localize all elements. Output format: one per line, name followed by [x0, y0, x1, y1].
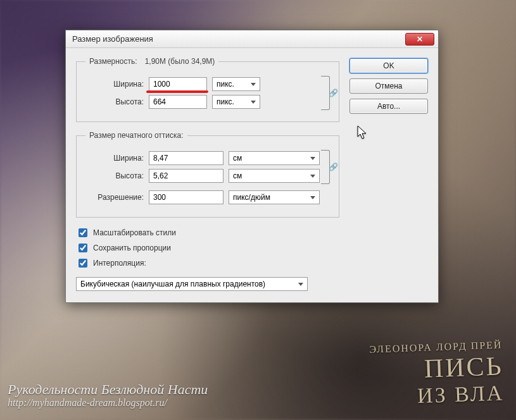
interpolation-checkbox[interactable] — [79, 259, 87, 268]
print-width-unit-select[interactable]: см — [229, 151, 320, 165]
cancel-button[interactable]: Отмена — [349, 78, 428, 94]
interpolation-label: Интерполяция: — [93, 259, 146, 268]
height-label: Высота: — [85, 97, 144, 106]
pixel-height-input[interactable] — [149, 95, 207, 109]
watermark: Рукодельности Безлюдной Насти http://myh… — [8, 382, 208, 409]
auto-button[interactable]: Авто... — [349, 99, 428, 114]
scale-styles-label: Масштабировать стили — [93, 228, 176, 237]
scale-styles-checkbox[interactable] — [79, 228, 87, 237]
chain-icon[interactable]: 🔗 — [329, 89, 338, 97]
chevron-down-icon — [310, 175, 315, 178]
chevron-down-icon — [298, 283, 303, 286]
chain-icon[interactable]: 🔗 — [329, 163, 338, 171]
ok-button[interactable]: OK — [349, 58, 428, 73]
chevron-down-icon — [251, 83, 256, 86]
pixel-dimensions-legend: Размерность: 1,90M (было 34,9M) — [85, 57, 218, 66]
titlebar: Размер изображения ✕ — [66, 30, 438, 48]
pixel-height-unit-select[interactable]: пикс. — [212, 95, 260, 109]
pixel-width-unit-select[interactable]: пикс. — [212, 77, 260, 91]
pixel-dimensions-group: Размерность: 1,90M (было 34,9M) Ширина: … — [76, 57, 339, 122]
constrain-link-bracket: 🔗 — [321, 76, 330, 110]
image-size-dialog: Размер изображения ✕ Размерность: 1,90M … — [65, 30, 439, 303]
width-label: Ширина: — [85, 80, 144, 89]
print-height-input[interactable] — [149, 169, 223, 183]
pixel-width-input[interactable] — [149, 77, 207, 91]
print-height-label: Высота: — [85, 171, 144, 180]
print-height-unit-select[interactable]: см — [229, 169, 320, 183]
chevron-down-icon — [310, 157, 315, 160]
annotation-red-underline — [149, 77, 207, 91]
print-width-label: Ширина: — [85, 154, 144, 163]
background-book-text: ЭЛЕОНОРА ЛОРД ПРЕЙ ПИСЬ ИЗ ВЛА — [369, 339, 505, 409]
resolution-label: Разрешение: — [85, 193, 144, 202]
chevron-down-icon — [251, 101, 256, 104]
close-button[interactable]: ✕ — [405, 33, 434, 46]
print-dimensions-group: Размер печатного оттиска: Ширина: см — [76, 131, 339, 218]
resolution-unit-select[interactable]: пикс/дюйм — [229, 190, 320, 204]
chevron-down-icon — [310, 196, 315, 199]
print-dimensions-legend: Размер печатного оттиска: — [85, 131, 187, 140]
resolution-input[interactable] — [149, 190, 223, 204]
print-width-input[interactable] — [149, 151, 223, 165]
constrain-proportions-checkbox[interactable] — [79, 244, 87, 252]
interpolation-method-select[interactable]: Бикубическая (наилучшая для плавных град… — [76, 277, 308, 291]
dialog-title: Размер изображения — [72, 34, 153, 44]
close-icon: ✕ — [417, 35, 423, 44]
constrain-proportions-label: Сохранить пропорции — [93, 244, 171, 252]
print-constrain-link-bracket: 🔗 — [321, 150, 330, 184]
